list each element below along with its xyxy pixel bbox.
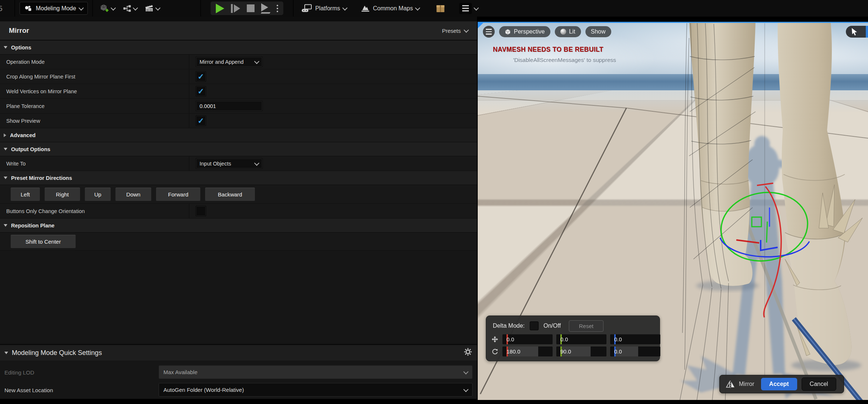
section-label: Options: [11, 45, 31, 50]
common-maps-button[interactable]: Common Maps: [361, 4, 419, 12]
row-show-preview: Show Preview: [0, 114, 477, 128]
package-icon: [435, 3, 446, 14]
show-preview-checkbox[interactable]: [196, 115, 206, 126]
clipped-button-fragment: [866, 26, 868, 38]
row-crop-along-mirror-plane: Crop Along Mirror Plane First: [0, 69, 477, 84]
input-value: 0.0001: [200, 103, 216, 109]
translate-x-field[interactable]: 0.0: [502, 334, 553, 344]
platforms-button[interactable]: Platforms: [302, 4, 347, 13]
weld-vertices-checkbox[interactable]: [196, 86, 206, 97]
chevron-down-icon: [463, 369, 468, 374]
presets-dropdown[interactable]: Presets: [442, 28, 468, 34]
gizmo-green-axis[interactable]: [767, 222, 767, 243]
operation-mode-dropdown[interactable]: Mirror and Append: [196, 56, 263, 67]
common-maps-label: Common Maps: [373, 5, 413, 12]
section-output-options[interactable]: Output Options: [0, 142, 477, 156]
level-viewport[interactable]: Perspective Lit Show NAVMESH NEEDS TO BE…: [478, 22, 868, 400]
perspective-selector[interactable]: Perspective: [499, 26, 550, 37]
platforms-icon: [302, 4, 312, 13]
play-controls: [211, 1, 283, 15]
section-reposition-plane[interactable]: Reposition Plane: [0, 219, 477, 233]
collapse-arrow-icon: [4, 352, 8, 354]
chevron-down-icon: [254, 160, 259, 166]
translate-z-field[interactable]: 0.0: [610, 334, 660, 344]
main-toolbar: 5 Modeling Mode: [0, 0, 868, 17]
settings-menu-button[interactable]: [459, 3, 478, 14]
collapse-arrow-icon: [4, 46, 7, 49]
cancel-button[interactable]: Cancel: [802, 377, 836, 391]
quick-settings-header[interactable]: Modeling Mode Quick Settings: [0, 344, 477, 361]
delta-mode-checkbox[interactable]: [530, 321, 539, 330]
chevron-down-icon: [415, 5, 420, 10]
mirror-forward-button[interactable]: Forward: [156, 187, 201, 201]
blueprints-button[interactable]: [122, 4, 137, 13]
buttons-only-checkbox[interactable]: [196, 206, 206, 216]
cinematics-button[interactable]: [145, 4, 160, 13]
gear-icon[interactable]: [463, 347, 473, 358]
stop-icon[interactable]: [247, 4, 255, 12]
shift-to-center-button[interactable]: Shift to Center: [10, 234, 76, 248]
viewport-focus-corner: [478, 23, 483, 28]
common-maps-icon: [361, 4, 370, 12]
section-label: Preset Mirror Directions: [11, 175, 72, 181]
toolbar-separator: [200, 0, 201, 17]
frame-skip-icon[interactable]: [231, 4, 240, 13]
select-tool-button[interactable]: [846, 26, 868, 38]
dropdown-value: Mirror and Append: [200, 59, 243, 65]
translate-icon: [491, 336, 499, 342]
row-operation-mode: Operation Mode Mirror and Append: [0, 55, 477, 69]
play-from-here-icon[interactable]: [261, 3, 270, 14]
translate-y-field[interactable]: 0.0: [556, 334, 606, 344]
row-plane-tolerance: Plane Tolerance 0.0001: [0, 99, 477, 114]
rotate-icon: [491, 348, 499, 355]
row-label: Operation Mode: [6, 59, 45, 65]
mirror-down-button[interactable]: Down: [115, 187, 152, 201]
more-options-icon[interactable]: [277, 5, 278, 12]
chevron-down-icon: [155, 5, 160, 10]
rotate-z-field[interactable]: 0.0: [610, 346, 660, 356]
collapse-arrow-icon: [4, 148, 7, 150]
unreal-editor-window: 5 Modeling Mode: [0, 0, 868, 404]
toolbar-separator: [92, 0, 93, 17]
presets-label: Presets: [442, 28, 461, 34]
section-preset-mirror-directions[interactable]: Preset Mirror Directions: [0, 171, 477, 185]
crop-along-checkbox[interactable]: [196, 71, 206, 82]
platforms-label: Platforms: [315, 5, 340, 12]
lit-mode-selector[interactable]: Lit: [555, 26, 581, 37]
editing-lod-dropdown[interactable]: Max Available: [159, 365, 473, 379]
rotate-x-field[interactable]: 180.0: [502, 346, 553, 356]
row-label: Crop Along Mirror Plane First: [6, 74, 75, 80]
section-options[interactable]: Options: [0, 41, 477, 55]
suppress-hint-text: 'DisableAllScreenMessages' to suppress: [513, 57, 616, 63]
new-asset-location-dropdown[interactable]: AutoGen Folder (World-Relative): [159, 383, 473, 397]
mirror-backward-button[interactable]: Backward: [205, 187, 255, 201]
cursor-icon: [851, 28, 858, 36]
clipped-edge-fragment: 5: [0, 4, 3, 13]
section-advanced[interactable]: Advanced: [0, 128, 477, 142]
mirror-left-button[interactable]: Left: [10, 187, 40, 201]
delta-mode-panel: Delta Mode: On/Off Reset 0.0 0.0 0.0 180…: [486, 316, 660, 361]
viewport-options-button[interactable]: [483, 26, 495, 38]
write-to-dropdown[interactable]: Input Objects: [196, 158, 263, 169]
show-menu-button[interactable]: Show: [585, 26, 611, 37]
chevron-down-icon: [133, 5, 138, 10]
mirror-up-button[interactable]: Up: [84, 187, 111, 201]
lit-label: Lit: [569, 28, 575, 35]
mode-selector-label: Modeling Mode: [36, 5, 76, 12]
panel-empty-area: [0, 251, 477, 344]
direction-buttons-row: Left Right Up Down Forward Backward: [0, 185, 477, 204]
rotate-y-field[interactable]: 90.0: [556, 346, 606, 356]
chevron-down-icon: [474, 5, 479, 10]
modeling-mode-selector[interactable]: Modeling Mode: [20, 2, 88, 15]
character-right-leg: [778, 23, 862, 365]
play-icon[interactable]: [216, 4, 224, 13]
chevron-down-icon: [463, 387, 468, 392]
accept-button[interactable]: Accept: [761, 378, 797, 390]
add-actor-button[interactable]: [100, 3, 115, 13]
content-package-button[interactable]: [435, 3, 446, 14]
reset-button[interactable]: Reset: [569, 320, 604, 332]
mirror-right-button[interactable]: Right: [44, 187, 80, 201]
section-label: Reposition Plane: [11, 223, 55, 229]
row-label: Show Preview: [6, 118, 40, 124]
plane-tolerance-input[interactable]: 0.0001: [196, 101, 263, 111]
